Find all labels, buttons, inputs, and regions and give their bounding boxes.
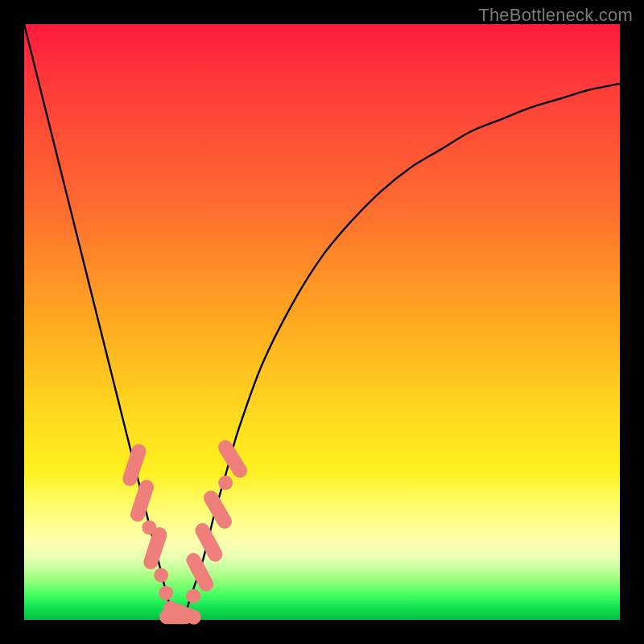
plot-area <box>24 24 620 620</box>
bottleneck-curve <box>24 24 620 620</box>
curve-marker <box>159 586 173 601</box>
curve-markers <box>121 437 250 626</box>
chart-svg <box>24 24 620 620</box>
curve-marker <box>218 476 233 490</box>
curve-marker <box>216 437 250 480</box>
chart-frame: TheBottleneck.com <box>0 0 644 644</box>
curve-marker <box>186 588 200 603</box>
watermark-text: TheBottleneck.com <box>478 5 633 26</box>
curve-marker <box>154 568 168 583</box>
